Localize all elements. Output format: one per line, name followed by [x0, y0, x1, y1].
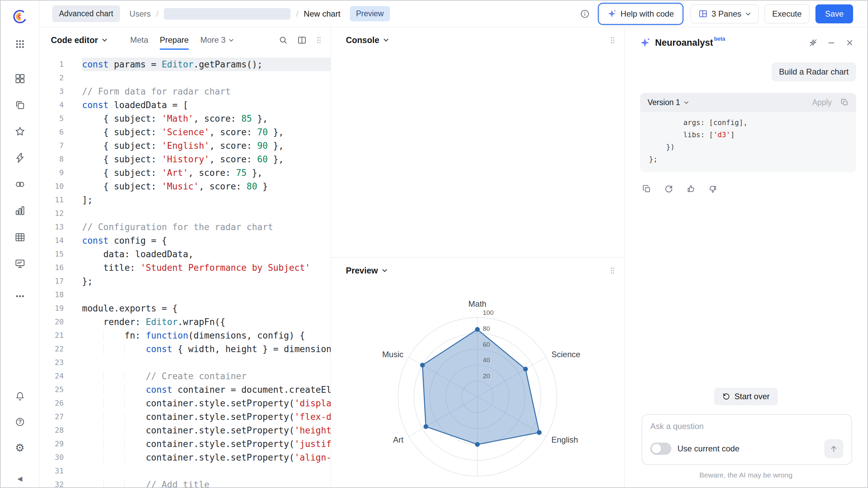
code-line[interactable]: 2: [39, 71, 331, 85]
preview-title: Preview: [346, 266, 378, 276]
copy-version-button[interactable]: [841, 98, 849, 106]
sidebar-item-connections[interactable]: [13, 177, 27, 192]
sparkle-icon: [607, 9, 616, 18]
close-assistant-button[interactable]: [845, 38, 854, 47]
tab-more[interactable]: More 3: [200, 27, 234, 53]
code-line[interactable]: 4const loadedData = [: [39, 98, 331, 112]
code-line[interactable]: 7 { subject: 'English', score: 90 },: [39, 139, 331, 152]
help-with-code-button[interactable]: Help with code: [599, 4, 682, 23]
code-line[interactable]: 16 title: 'Student Performance by Subjec…: [39, 261, 331, 274]
code-line[interactable]: 13// Configuration for the radar chart: [39, 220, 331, 234]
sidebar-item-collections[interactable]: [13, 98, 27, 113]
sidebar-item-favorites[interactable]: [13, 124, 27, 139]
use-current-code-label: Use current code: [677, 444, 739, 453]
code-editor-panel: Code editor Meta Prepare More 3: [39, 27, 331, 487]
code-line[interactable]: 3// Form data for radar chart: [39, 85, 331, 98]
assistant-code-card: Version 1 Apply args: [confi: [640, 93, 856, 172]
assistant-code[interactable]: args: [config], libs: ['d3'] }) };: [640, 112, 856, 172]
search-button[interactable]: [279, 36, 288, 45]
chart-type-chip[interactable]: Advanced chart: [52, 5, 120, 22]
code-line[interactable]: 24 // Create container: [39, 369, 331, 383]
drag-handle[interactable]: [610, 36, 615, 44]
question-input[interactable]: [650, 422, 843, 431]
code-line[interactable]: 19module.exports = {: [39, 302, 331, 315]
help-with-code-label: Help with code: [620, 9, 674, 19]
tab-prepare[interactable]: Prepare: [160, 27, 189, 53]
minimize-icon: [827, 38, 836, 47]
code-line[interactable]: 21 fn: function(dimensions, config) {: [39, 329, 331, 342]
panes-button[interactable]: 3 Panes: [691, 4, 758, 23]
execute-button[interactable]: Execute: [765, 4, 810, 23]
thumbs-down-button[interactable]: [708, 184, 717, 194]
sidebar-more-button[interactable]: [13, 289, 27, 304]
info-button[interactable]: [580, 9, 590, 19]
tab-meta[interactable]: Meta: [130, 27, 148, 53]
collapse-arrow-icon: ◀: [17, 475, 22, 483]
code-line[interactable]: 32 // Add title: [39, 478, 331, 487]
drag-handle[interactable]: [610, 267, 615, 274]
code-line[interactable]: 31: [39, 464, 331, 478]
topbar-actions: Help with code 3 Panes Execute Save: [580, 4, 853, 23]
notifications-button[interactable]: [13, 389, 27, 404]
code-line[interactable]: 15 data: loadedData,: [39, 247, 331, 261]
code-line[interactable]: 28 container.style.setProperty('height',…: [39, 424, 331, 437]
version-select[interactable]: Version 1: [648, 98, 689, 107]
datalens-logo[interactable]: [13, 9, 27, 24]
code-line[interactable]: 10 { subject: 'Music', score: 80 }: [39, 180, 331, 193]
copy-response-button[interactable]: [642, 184, 651, 194]
collapse-sidebar-button[interactable]: ◀: [17, 475, 22, 483]
minimize-assistant-button[interactable]: [827, 38, 836, 47]
help-button[interactable]: ?: [13, 414, 27, 429]
code-line[interactable]: 25 const container = document.createElem…: [39, 383, 331, 396]
split-view-button[interactable]: [297, 36, 307, 45]
code-line[interactable]: 20 render: Editor.wrapFn({: [39, 315, 331, 329]
sidebar-item-queries[interactable]: [13, 150, 27, 165]
code-line[interactable]: 18: [39, 288, 331, 302]
sidebar-item-datasets[interactable]: [13, 230, 27, 245]
code-line[interactable]: 30 container.style.setProperty('align-it…: [39, 451, 331, 464]
code-line[interactable]: 1const params = Editor.getParams();: [39, 58, 331, 71]
code-line[interactable]: 29 container.style.setProperty('justify-…: [39, 437, 331, 451]
save-button[interactable]: Save: [815, 4, 853, 23]
code-line[interactable]: 6 { subject: 'Science', score: 70 },: [39, 125, 331, 139]
assistant-panel: Neuroanalyst beta: [625, 27, 867, 487]
sidebar-item-charts[interactable]: [13, 203, 27, 218]
regenerate-button[interactable]: [664, 184, 673, 194]
question-input-box[interactable]: Use current code: [642, 414, 852, 465]
code-line[interactable]: 12: [39, 207, 331, 220]
settings-button[interactable]: ⚙: [13, 440, 27, 455]
code-line[interactable]: 14const config = {: [39, 234, 331, 247]
code-line[interactable]: 5 { subject: 'Math', score: 85 },: [39, 112, 331, 125]
editor-view-select[interactable]: Code editor: [51, 35, 107, 45]
send-button[interactable]: [824, 439, 843, 458]
preview-mode-chip[interactable]: Preview: [350, 6, 390, 21]
apply-button[interactable]: Apply: [812, 98, 832, 107]
console-select[interactable]: Console: [346, 35, 389, 45]
thumbs-up-button[interactable]: [686, 184, 695, 194]
preview-select[interactable]: Preview: [346, 266, 387, 276]
code-line[interactable]: 27 container.style.setProperty('flex-dir…: [39, 410, 331, 424]
search-icon: [279, 36, 288, 45]
start-over-button[interactable]: Start over: [714, 388, 778, 405]
drag-dots-icon: [610, 267, 615, 274]
code-line[interactable]: 26 container.style.setProperty('display'…: [39, 396, 331, 410]
code-line[interactable]: 11];: [39, 193, 331, 207]
code-line[interactable]: 9 { subject: 'Art', score: 75 },: [39, 166, 331, 180]
code-line[interactable]: 23: [39, 356, 331, 369]
sidebar-item-widgets[interactable]: [13, 71, 27, 86]
tab-prepare-label: Prepare: [160, 35, 189, 45]
breadcrumb-current: New chart: [304, 9, 340, 19]
breadcrumb-item-redacted[interactable]: [164, 8, 291, 20]
use-current-code-toggle[interactable]: [650, 443, 671, 455]
apps-grid-button[interactable]: [13, 37, 27, 52]
disable-assistant-button[interactable]: [808, 38, 818, 47]
code-editor-content[interactable]: 1const params = Editor.getParams();23// …: [39, 53, 331, 487]
code-line[interactable]: 22 const { width, height } = dimensions;: [39, 342, 331, 356]
console-title: Console: [346, 35, 379, 45]
code-line[interactable]: 8 { subject: 'History', score: 60 },: [39, 152, 331, 166]
ai-disclaimer: Beware, the AI may be wrong: [625, 471, 867, 479]
code-line[interactable]: 17};: [39, 274, 331, 288]
drag-handle[interactable]: [316, 36, 322, 44]
breadcrumb-users[interactable]: Users: [130, 9, 151, 19]
sidebar-item-editor[interactable]: [13, 256, 27, 271]
